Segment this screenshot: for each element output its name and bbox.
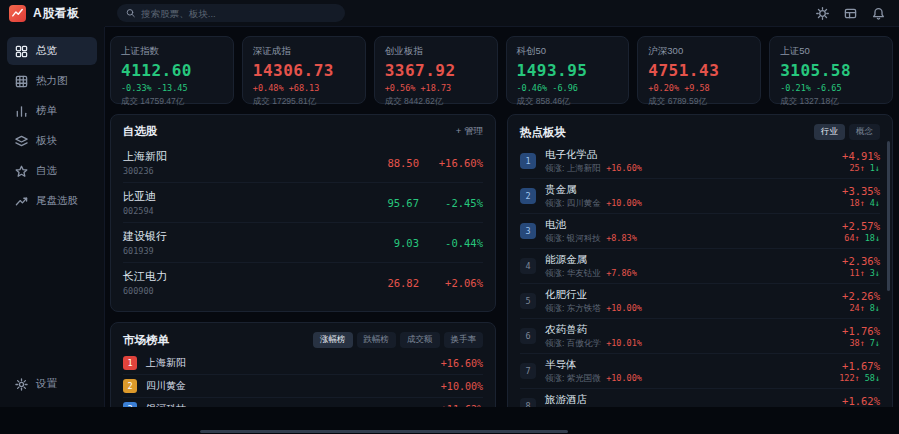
sidebar: 总览 热力图 榜单 板块 自选 尾盘选股 设置 — [0, 27, 105, 407]
sector-change: +2.36% — [842, 255, 880, 267]
leader-prefix: 领涨: — [545, 303, 564, 313]
index-value: 3367.92 — [385, 61, 487, 80]
sidebar-item-settings[interactable]: 设置 — [7, 371, 65, 397]
sidebar-item-overview[interactable]: 总览 — [7, 37, 97, 65]
index-name: 深证成指 — [253, 45, 355, 58]
leader-stock-name: 银河科技 — [567, 233, 601, 243]
sector-change: +2.26% — [842, 290, 880, 302]
index-card[interactable]: 沪深300 4751.43 +0.20% +9.58 成交 6789.59亿 — [637, 36, 761, 104]
index-name: 创业板指 — [385, 45, 487, 58]
sector-change: +4.91% — [842, 150, 880, 162]
leader-prefix: 领涨: — [545, 198, 564, 208]
index-value: 3105.58 — [780, 61, 882, 80]
watchlist-row[interactable]: 长江电力 600900 26.82 +2.06% — [123, 263, 483, 302]
rank-badge: 7 — [520, 363, 536, 379]
manage-watchlist-button[interactable]: + 管理 — [456, 125, 483, 138]
leader-stock-change: +10.00% — [606, 373, 642, 383]
stock-price: 88.50 — [361, 157, 419, 169]
sector-name: 电池 — [545, 218, 637, 232]
settings-label: 设置 — [36, 377, 57, 391]
rankings-tab[interactable]: 涨幅榜 — [313, 332, 353, 348]
rankings-tabs: 涨幅榜 跌幅榜 成交额 换手率 — [313, 332, 483, 348]
sector-row[interactable]: 1 电子化学品 领涨: 上海新阳 +16.60% +4.91% — [520, 144, 880, 179]
watchlist-rows: 上海新阳 300236 88.50 +16.60% 比亚迪 002594 — [123, 143, 483, 302]
rankings-rows: 1 上海新阳 +16.60% 2 四川黄金 +10.00% — [123, 352, 483, 407]
ranking-row[interactable]: 3 银河科技 +11.62% — [123, 398, 483, 407]
leader-stock-change: +7.86% — [606, 268, 637, 278]
ranking-row[interactable]: 1 上海新阳 +16.60% — [123, 352, 483, 375]
leader-prefix: 领涨: — [545, 373, 564, 383]
watchlist-row[interactable]: 上海新阳 300236 88.50 +16.60% — [123, 143, 483, 183]
rankings-tab[interactable]: 换手率 — [444, 332, 484, 348]
index-card[interactable]: 科创50 1493.95 -0.46% -6.96 成交 858.46亿 — [506, 36, 630, 104]
stock-name: 四川黄金 — [146, 379, 186, 393]
sidebar-item-heatmap[interactable]: 热力图 — [7, 67, 97, 95]
panel-layout-icon[interactable] — [844, 7, 857, 20]
down-count: 3↓ — [870, 268, 880, 278]
rankings-tab[interactable]: 成交额 — [400, 332, 440, 348]
index-card[interactable]: 上证指数 4112.60 -0.33% -13.45 成交 14759.47亿 — [110, 36, 234, 104]
search-icon — [126, 8, 135, 18]
leader-stock-name: 上海新阳 — [567, 163, 601, 173]
index-change: -0.46% -6.96 — [517, 83, 619, 93]
index-change: +0.56% +18.73 — [385, 83, 487, 93]
star-icon — [15, 165, 28, 178]
index-card[interactable]: 上证50 3105.58 -0.21% -6.65 成交 1327.18亿 — [769, 36, 893, 104]
sector-change: +1.62% — [842, 395, 880, 407]
sector-row[interactable]: 3 电池 领涨: 银河科技 +8.83% +2.57% — [520, 214, 880, 249]
topbar-icons — [816, 7, 885, 20]
topbar — [105, 0, 899, 27]
notification-icon[interactable] — [872, 7, 885, 20]
hot-sectors-tab[interactable]: 行业 — [814, 124, 845, 140]
sector-change: +1.76% — [842, 325, 880, 337]
sector-row[interactable]: 8 旅游酒店 领涨: 众信旅游 +10.05% +1.62% — [520, 389, 880, 407]
sector-row[interactable]: 6 农药兽药 领涨: 百傲化学 +10.01% +1.76% — [520, 319, 880, 354]
sidebar-item-late-session[interactable]: 尾盘选股 — [7, 187, 97, 215]
watchlist-row[interactable]: 比亚迪 002594 95.67 -2.45% — [123, 183, 483, 223]
sidebar-item-rankings[interactable]: 榜单 — [7, 97, 97, 125]
brand: A股看板 — [0, 0, 105, 27]
app-logo-icon — [9, 5, 26, 22]
sidebar-item-sectors[interactable]: 板块 — [7, 127, 97, 155]
stock-price: 95.67 — [361, 197, 419, 209]
down-count: 8↓ — [870, 303, 880, 313]
search-input[interactable] — [141, 8, 336, 19]
index-change: +0.20% +9.58 — [648, 83, 750, 93]
sidebar-item-watchlist[interactable]: 自选 — [7, 157, 97, 185]
rank-badge: 5 — [520, 293, 536, 309]
search-box[interactable] — [117, 4, 345, 22]
watchlist-title: 自选股 — [123, 124, 158, 139]
hot-sectors-rows: 1 电子化学品 领涨: 上海新阳 +16.60% +4.91% — [520, 144, 880, 407]
hot-sectors-tab[interactable]: 概念 — [849, 124, 880, 140]
sector-row[interactable]: 7 半导体 领涨: 紫光国微 +10.00% +1.67% — [520, 354, 880, 389]
watchlist-row[interactable]: 建设银行 601939 9.03 -0.44% — [123, 223, 483, 263]
index-volume: 成交 1327.18亿 — [780, 96, 882, 108]
index-card[interactable]: 深证成指 14306.73 +0.48% +68.13 成交 17295.81亿 — [242, 36, 366, 104]
leader-stock-name: 四川黄金 — [567, 198, 601, 208]
rank-badge: 6 — [520, 328, 536, 344]
index-volume: 成交 17295.81亿 — [253, 96, 355, 108]
down-count: 4↓ — [870, 198, 880, 208]
ranking-row[interactable]: 2 四川黄金 +10.00% — [123, 375, 483, 398]
sidebar-item-label: 自选 — [36, 164, 57, 178]
sector-row[interactable]: 2 贵金属 领涨: 四川黄金 +10.00% +3.35% — [520, 179, 880, 214]
theme-toggle-icon[interactable] — [816, 7, 829, 20]
sidebar-item-label: 热力图 — [36, 74, 68, 88]
index-volume: 成交 14759.47亿 — [121, 96, 223, 108]
sidebar-item-label: 板块 — [36, 134, 57, 148]
leader-stock-name: 东方铁塔 — [567, 303, 601, 313]
vertical-scrollbar-thumb[interactable] — [887, 141, 890, 291]
index-volume: 成交 6789.59亿 — [648, 96, 750, 108]
stock-price: 26.82 — [361, 277, 419, 289]
rank-badge: 2 — [520, 188, 536, 204]
rankings-panel: 市场榜单 涨幅榜 跌幅榜 成交额 换手率 — [110, 322, 496, 407]
sector-row[interactable]: 5 化肥行业 领涨: 东方铁塔 +10.00% +2.26% — [520, 284, 880, 319]
sector-row[interactable]: 4 能源金属 领涨: 华友钴业 +7.86% +2.36% — [520, 249, 880, 284]
leader-stock-change: +8.83% — [606, 233, 637, 243]
index-value: 4112.60 — [121, 61, 223, 80]
index-card[interactable]: 创业板指 3367.92 +0.56% +18.73 成交 8442.62亿 — [374, 36, 498, 104]
up-count: 38↑ — [849, 338, 864, 348]
index-value: 14306.73 — [253, 61, 355, 80]
rankings-tab[interactable]: 跌幅榜 — [357, 332, 397, 348]
sector-name: 旅游酒店 — [545, 393, 642, 407]
